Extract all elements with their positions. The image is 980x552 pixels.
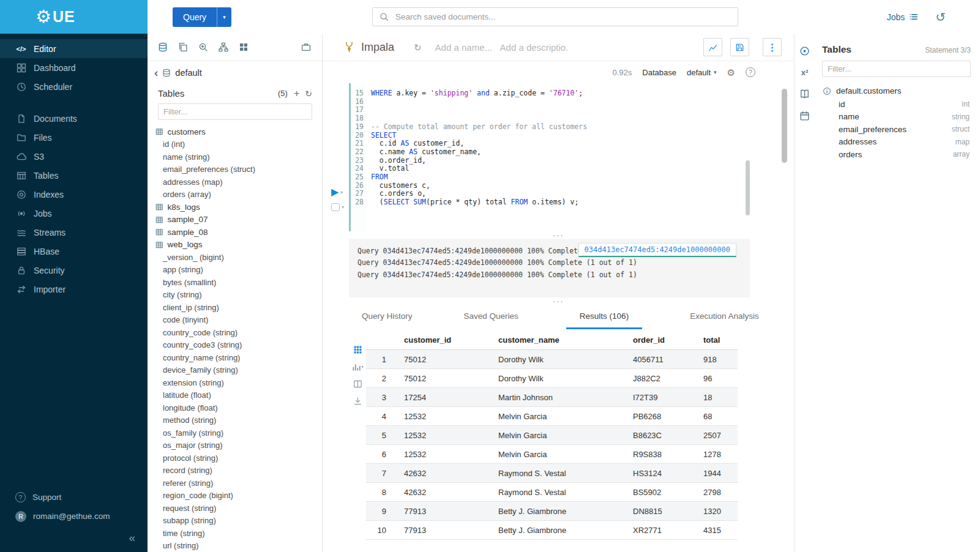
table-row[interactable]: 317254Martin JohnsonI72T3918 — [366, 388, 738, 407]
column-header-total[interactable]: total — [695, 332, 738, 350]
editor-assistant-icon[interactable] — [799, 46, 810, 56]
back-chevron-icon[interactable]: ‹ — [154, 67, 158, 78]
column-item[interactable]: client_ip (string) — [148, 301, 322, 314]
active-table-entry[interactable]: default.customers — [815, 80, 980, 98]
sidebar-item-support[interactable]: Support — [0, 488, 148, 507]
sidebar-item-security[interactable]: Security — [0, 261, 148, 280]
session-refresh-icon[interactable]: ↻ — [414, 43, 422, 52]
column-item[interactable]: email_preferences (struct) — [148, 163, 322, 176]
sidebar-item-files[interactable]: Files — [0, 128, 148, 147]
databases-icon[interactable] — [158, 42, 168, 52]
table-item-sample-07[interactable]: sample_07 — [148, 214, 322, 226]
workload-icon[interactable] — [301, 42, 311, 52]
column-item[interactable]: record (string) — [148, 464, 322, 477]
column-item-email-preferences[interactable]: email_preferencesstruct — [815, 123, 980, 136]
column-item[interactable]: subapp (string) — [148, 515, 322, 528]
table-item-web-logs[interactable]: web_logs — [148, 239, 322, 252]
sidebar-item-tables[interactable]: Tables — [0, 166, 148, 185]
sidebar-item-dashboard[interactable]: Dashboard — [0, 58, 148, 77]
column-item-name[interactable]: namestring — [815, 111, 980, 124]
column-item[interactable]: id (int) — [148, 138, 322, 151]
results-download-icon[interactable] — [353, 397, 362, 406]
help-icon[interactable] — [746, 67, 755, 77]
column-item[interactable]: method (string) — [148, 414, 322, 427]
execute-button[interactable]: ▶ — [331, 187, 339, 197]
sidebar-item-s3[interactable]: S3 — [0, 147, 148, 166]
column-header-customer-name[interactable]: customer_name — [490, 332, 624, 350]
right-panel-filter-input[interactable] — [822, 61, 971, 77]
query-dropdown-caret[interactable]: ▾ — [217, 7, 231, 27]
column-item[interactable]: device_family (string) — [148, 364, 322, 377]
sidebar-item-scheduler[interactable]: Scheduler — [0, 77, 148, 96]
table-item-customers[interactable]: customers — [148, 125, 322, 138]
tab-query-history[interactable]: Query History — [358, 304, 416, 329]
chart-button[interactable] — [703, 38, 722, 56]
column-item-id[interactable]: idint — [815, 98, 980, 111]
query-description-input[interactable] — [499, 42, 569, 53]
column-item[interactable]: referer (string) — [148, 477, 322, 490]
table-row[interactable]: 612532Melvin GarciaR9S8381278 — [366, 445, 738, 464]
column-item[interactable]: os_major (string) — [148, 439, 322, 452]
column-item[interactable]: url (string) — [148, 540, 322, 552]
page-scrollbar[interactable] — [782, 89, 787, 163]
column-item[interactable]: orders (array) — [148, 188, 322, 201]
jobs-link[interactable]: Jobs — [887, 12, 919, 22]
column-item[interactable]: protocol (string) — [148, 452, 322, 464]
sidebar-item-editor[interactable]: </>Editor — [0, 39, 148, 58]
column-item[interactable]: country_code3 (string) — [148, 339, 322, 352]
history-icon[interactable]: ↺ — [935, 11, 946, 23]
sidebar-item-user[interactable]: R romain@gethue.com — [0, 507, 148, 526]
more-actions-button[interactable]: ⋮ — [763, 38, 782, 56]
table-row[interactable]: 977913Betty J. GiambroneDN88151320 — [366, 502, 738, 521]
table-row[interactable]: 842632Raymond S. VestalBS59022798 — [366, 483, 738, 502]
column-item[interactable]: name (string) — [148, 151, 322, 163]
table-item-sample-08[interactable]: sample_08 — [148, 226, 322, 239]
table-row[interactable]: 412532Melvin GarciaPB626868 — [366, 407, 738, 426]
column-header-customer-id[interactable]: customer_id — [395, 332, 490, 350]
functions-icon[interactable]: x² — [801, 68, 809, 77]
tab-execution-analysis[interactable]: Execution Analysis — [686, 304, 763, 329]
language-reference-icon[interactable] — [799, 89, 810, 99]
statement-options-button[interactable] — [331, 203, 340, 211]
save-button[interactable] — [730, 38, 749, 56]
column-item[interactable]: city (string) — [148, 289, 322, 302]
tab-saved-queries[interactable]: Saved Queries — [460, 304, 522, 329]
settings-gear-icon[interactable]: ⚙ — [727, 68, 735, 77]
collapse-sidebar-icon[interactable]: « — [129, 532, 135, 543]
table-row[interactable]: 175012Dorothy Wilk4056711918 — [366, 350, 738, 369]
query-name-input[interactable] — [434, 42, 495, 53]
schedule-icon[interactable] — [799, 111, 810, 121]
column-item-addresses[interactable]: addressesmap — [815, 136, 980, 149]
column-item[interactable]: country_name (string) — [148, 351, 322, 364]
breadcrumb-database[interactable]: default — [175, 68, 202, 78]
refresh-tables-icon[interactable]: ↻ — [305, 89, 312, 98]
column-item[interactable]: extension (string) — [148, 376, 322, 389]
sidebar-item-importer[interactable]: Importer — [0, 280, 148, 299]
results-grid-icon[interactable] — [353, 345, 362, 354]
sidebar-item-hbase[interactable]: HBase — [0, 242, 148, 261]
column-item-orders[interactable]: ordersarray — [815, 148, 980, 161]
sidebar-item-jobs[interactable]: Jobs — [0, 204, 148, 223]
column-item[interactable]: country_code (string) — [148, 326, 322, 339]
code-editor[interactable]: WHERE a.key = 'shipping' and a.zip_code … — [367, 83, 794, 231]
table-row[interactable]: 1077913Betty J. GiambroneXR27714315 — [366, 521, 738, 540]
sidebar-item-streams[interactable]: Streams — [0, 223, 148, 242]
table-item-k8s-logs[interactable]: k8s_logs — [148, 201, 322, 214]
column-item[interactable]: app (string) — [148, 264, 322, 277]
column-header-order-id[interactable]: order_id — [624, 332, 695, 350]
search-input[interactable] — [394, 12, 738, 22]
search-plus-icon[interactable] — [198, 42, 208, 52]
editor-scrollbar[interactable] — [746, 160, 750, 215]
column-item[interactable]: time (string) — [148, 527, 322, 540]
results-chart-icon[interactable]: ▾ — [352, 362, 364, 371]
new-query-button[interactable]: Query ▾ — [173, 7, 231, 27]
hue-logo[interactable]: ⚙ UE — [0, 0, 148, 34]
column-item[interactable]: os_family (string) — [148, 427, 322, 439]
documents-icon[interactable] — [178, 42, 188, 52]
column-item[interactable]: region_code (bigint) — [148, 490, 322, 502]
models-icon[interactable] — [219, 42, 228, 52]
statement-options-caret[interactable]: ▾ — [342, 204, 344, 210]
sidebar-item-indexes[interactable]: Indexes — [0, 185, 148, 204]
resize-handle-bottom[interactable] — [323, 297, 794, 304]
table-row[interactable]: 512532Melvin GarciaB8623C2507 — [366, 426, 738, 445]
